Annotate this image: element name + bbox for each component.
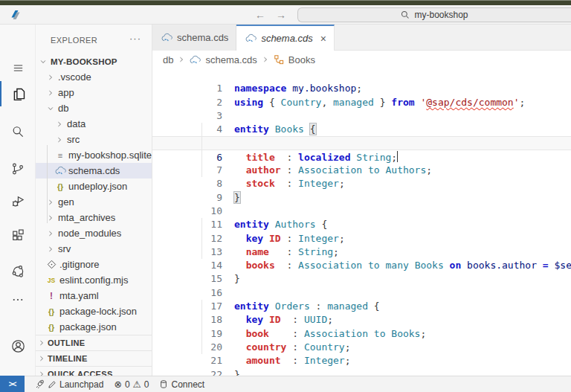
code-line-4[interactable]: 4entity Books {: [152, 109, 571, 123]
code-line-12[interactable]: 12 key ID : Integer;: [152, 218, 571, 231]
code-line-8[interactable]: 8 stock : Integer;: [152, 164, 571, 177]
yaml-file-icon: !: [45, 291, 57, 301]
explorer-sidebar: EXPLORER ··· MY-BOOKSHOP .vscode app db …: [36, 25, 152, 376]
code-line-19[interactable]: 19 book : Association to Books;: [152, 313, 571, 327]
breadcrumb-item-db[interactable]: db: [163, 54, 173, 65]
tree-item-label: schema.cds: [68, 165, 120, 176]
breadcrumb-item-books[interactable]: Books: [288, 54, 315, 65]
error-icon: ⊗: [114, 379, 121, 390]
forward-button[interactable]: →: [276, 9, 286, 21]
code-line-3[interactable]: 3: [152, 96, 571, 109]
code-line-6[interactable]: 6 title : localized String;: [152, 136, 571, 150]
more-icon: [11, 293, 25, 306]
breadcrumb-item-schema.cds[interactable]: schema.cds: [205, 54, 257, 65]
tree-item-label: .vscode: [58, 71, 91, 83]
activity-run-debug-button[interactable]: [0, 189, 36, 214]
tab-schema.cds-active[interactable]: schema.cds×: [236, 25, 335, 51]
code-line-23[interactable]: 23: [152, 368, 571, 376]
indent-guide: [201, 218, 202, 259]
tree-item-package-json[interactable]: {}package.json: [36, 319, 152, 335]
code-line-2[interactable]: 2using { Country, managed } from '@sap/c…: [152, 82, 571, 95]
tree-item-label: gen: [58, 196, 74, 208]
close-tab-button[interactable]: ×: [320, 33, 326, 45]
tree-item-undeploy-json[interactable]: {}undeploy.json: [36, 179, 152, 194]
tree-item-schema-cds[interactable]: schema.cds: [36, 163, 152, 179]
tab-label: schema.cds: [177, 32, 228, 43]
code-line-14[interactable]: 14 books : Association to many Books on …: [152, 245, 571, 259]
section-timeline[interactable]: TIMELINE: [36, 350, 152, 366]
activity-menu-button[interactable]: [0, 55, 36, 80]
back-button[interactable]: ←: [255, 9, 265, 21]
tree-item-label: mta_archives: [58, 212, 115, 223]
extensions-icon: [10, 228, 25, 243]
activity-extensions-button[interactable]: [0, 223, 36, 248]
tree-item-mta-yaml[interactable]: !mta.yaml: [36, 288, 152, 303]
chevron-right-icon: [54, 136, 65, 144]
code-line-7[interactable]: 7 author : Association to Authors;: [152, 150, 571, 164]
tree-item-label: eslint.config.mjs: [59, 274, 128, 286]
tree-item-label: package.json: [59, 321, 117, 332]
tree-item-label: src: [67, 134, 80, 145]
explorer-more-actions-button[interactable]: ···: [129, 36, 141, 42]
menu-icon: [12, 62, 25, 74]
code-line-13[interactable]: 13 name : String;: [152, 232, 571, 245]
tree-item-label: my-bookshop.sqlite: [68, 150, 152, 161]
activity-more-views-button[interactable]: [0, 287, 36, 312]
launchpad-button[interactable]: Launchpad: [35, 379, 103, 390]
code-line-17[interactable]: 17entity Orders : managed {: [152, 286, 571, 300]
code-line-16[interactable]: 16: [152, 272, 571, 286]
tree-item-mta-archives[interactable]: mta_archives: [36, 210, 152, 225]
activity-search-button[interactable]: [0, 119, 36, 144]
code-line-18[interactable]: 18 key ID : UUID;: [152, 300, 571, 313]
tree-item-my-bookshop-sqlite[interactable]: ≡my-bookshop.sqlite: [36, 147, 152, 163]
entity-icon: [274, 54, 284, 65]
code-line-10[interactable]: 10: [152, 191, 571, 205]
code-editor[interactable]: 1namespace my.bookshop; 2using { Country…: [152, 68, 571, 376]
code-line-5[interactable]: 5 key ID : Integer;: [152, 123, 571, 136]
breadcrumb-separator-icon: [262, 56, 269, 63]
connect-button[interactable]: Connect: [159, 379, 204, 390]
tree-item-src[interactable]: src: [36, 132, 152, 147]
code-line-11[interactable]: 11entity Authors {: [152, 205, 571, 218]
tree-item-package-lock-json[interactable]: {}package-lock.json: [36, 303, 152, 319]
pencil-icon: [48, 380, 57, 389]
app-window: ← → my-bookshop ⚙ EXPLORER ··· MY-BOOKSH…: [0, 0, 571, 392]
search-value: my-bookshop: [414, 10, 468, 20]
tree-item--vscode[interactable]: .vscode: [36, 69, 152, 85]
remote-indicator[interactable]: ><: [0, 376, 25, 392]
activity-explorer-button[interactable]: [0, 81, 36, 106]
warning-icon: ⚠: [133, 379, 141, 390]
code-line-1[interactable]: 1namespace my.bookshop;: [152, 68, 571, 82]
command-center-search[interactable]: my-bookshop: [297, 7, 571, 22]
tree-item-data[interactable]: data: [36, 116, 152, 132]
tree-item-db[interactable]: db: [36, 100, 152, 116]
chevron-right-icon: [45, 89, 56, 97]
code-line-9[interactable]: 9}: [152, 177, 571, 190]
status-bar: >< Launchpad ⊗ 0 ⚠ 0 Connect: [0, 376, 571, 392]
activity-source-control-button[interactable]: [0, 156, 36, 181]
tree-item--gitignore[interactable]: .gitignore: [36, 257, 152, 272]
tree-item-label: data: [67, 118, 86, 129]
code-line-20[interactable]: 20 country : Country;: [152, 327, 571, 341]
tree-item-gen[interactable]: gen: [36, 194, 152, 210]
tree-item-srv[interactable]: srv: [36, 241, 152, 257]
code-line-15[interactable]: 15}: [152, 259, 571, 272]
problems-indicator[interactable]: ⊗ 0 ⚠ 0: [114, 379, 149, 390]
tree-item-eslint-config-mjs[interactable]: JSeslint.config.mjs: [36, 272, 152, 288]
tab-schema.cds[interactable]: schema.cds: [152, 25, 236, 51]
section-label: QUICK ACCESS: [48, 370, 113, 376]
section-quick-access[interactable]: QUICK ACCESS: [36, 366, 152, 376]
json-file-icon: {}: [45, 323, 57, 332]
network-icon: [10, 263, 26, 279]
tree-item-node-modules[interactable]: node_modules: [36, 225, 152, 241]
code-line-21[interactable]: 21 amount : Integer;: [152, 341, 571, 354]
activity-account-button[interactable]: [0, 333, 36, 359]
tab-label: schema.cds: [261, 33, 312, 44]
tree-item-app[interactable]: app: [36, 85, 152, 100]
tree-root-my-bookshop[interactable]: MY-BOOKSHOP: [36, 54, 152, 69]
rocket-icon: [35, 379, 45, 389]
git-file-icon: [45, 260, 57, 269]
code-line-22[interactable]: 22}: [152, 354, 571, 367]
activity-network-button[interactable]: [0, 258, 36, 283]
section-outline[interactable]: OUTLINE: [36, 335, 152, 350]
